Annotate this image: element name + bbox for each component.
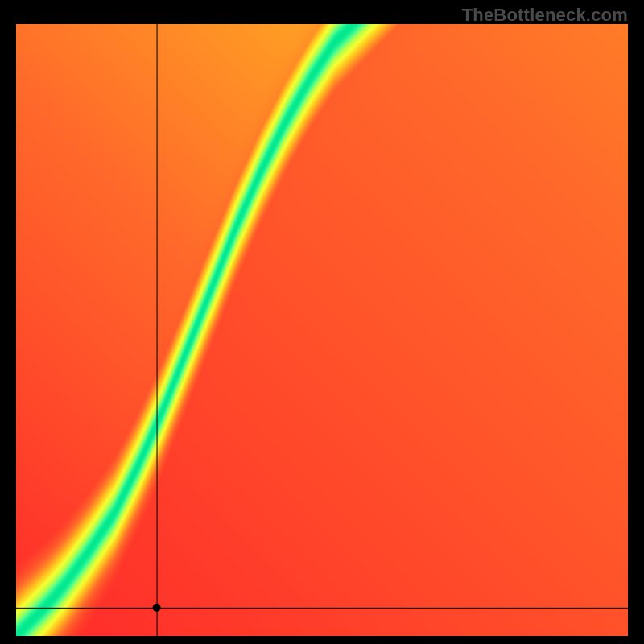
watermark-label: TheBottleneck.com bbox=[462, 5, 628, 26]
heatmap-canvas bbox=[16, 24, 628, 636]
chart-container: TheBottleneck.com bbox=[0, 0, 644, 644]
